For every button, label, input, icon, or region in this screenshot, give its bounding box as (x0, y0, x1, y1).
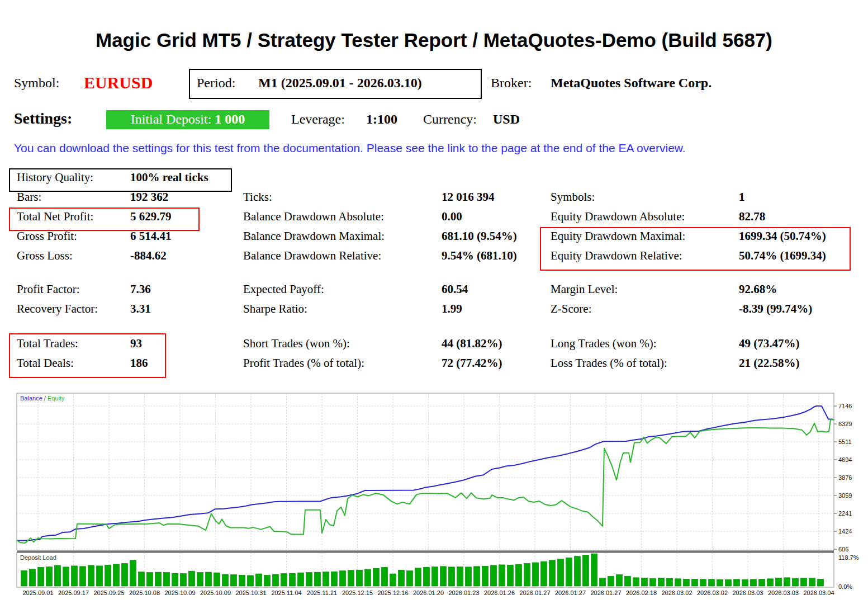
period-label: Period: (197, 76, 235, 91)
x-tick-label: 2025.10.31 (235, 589, 266, 596)
deposit-load-bar (734, 579, 740, 586)
deposit-load-bar (566, 558, 572, 586)
deposit-load-bar (147, 573, 153, 586)
deposit-load-bar (97, 566, 103, 586)
initial-deposit-value: 1 000 (215, 112, 245, 126)
deposit-load-bar (331, 572, 338, 586)
deposit-load-bar (424, 567, 430, 586)
deposit-load-bar (633, 578, 639, 586)
stat-value: 9.54% (681.10) (442, 249, 517, 263)
x-tick-label: 2025.11.04 (271, 589, 301, 596)
deposit-load-bar (281, 574, 287, 586)
deposit-load-bar (575, 556, 581, 586)
period-value: M1 (2025.09.01 - 2026.03.10) (258, 76, 422, 91)
y-tick-label: 2241 (838, 510, 852, 517)
x-tick-label: 2026.03.02 (661, 589, 692, 596)
stat-value: 1 (739, 190, 745, 204)
deposit-load-bar (222, 574, 229, 586)
deposit-load-bar (88, 565, 94, 586)
deposit-load-bar (742, 579, 748, 586)
deposit-load-bar (675, 579, 681, 586)
deposit-load-bar (373, 568, 380, 586)
stat-label: Profit Trades (% of total): (243, 356, 364, 370)
stat-label: Recovery Factor: (17, 302, 98, 316)
deposit-load-bar (524, 563, 530, 586)
deposit-load-bar (365, 569, 371, 586)
stat-label: Equity Drawdown Absolute: (551, 210, 685, 224)
stat-label: Margin Level: (551, 282, 618, 296)
x-tick-label: 2026.03.03 (768, 589, 799, 596)
deposit-load-bar (256, 574, 262, 586)
stat-value: 82.78 (739, 210, 765, 224)
deposit-load-bar (155, 572, 162, 586)
deposit-load-bar (801, 578, 807, 586)
deposit-load-bar (348, 570, 354, 586)
deposit-load-bar (382, 567, 388, 586)
deposit-load-bar (776, 578, 782, 586)
deposit-load-bar (72, 566, 78, 586)
deposit-load-bar (474, 567, 480, 586)
stat-value: 21 (22.58%) (739, 356, 800, 370)
deposit-load-bar (399, 570, 405, 586)
deposit-load-bar (616, 574, 623, 586)
deposit-load-bar (239, 575, 245, 586)
deposit-load-bar (38, 567, 44, 586)
y-tick-label: 5511 (838, 438, 852, 445)
deposit-load-bar (440, 567, 447, 586)
stat-label: Balance Drawdown Absolute: (243, 210, 384, 224)
deposit-load-bar (63, 567, 69, 586)
total-net-profit-box (9, 207, 200, 231)
stat-value: 60.54 (442, 282, 468, 296)
deposit-load-bar (650, 578, 656, 586)
deposit-load-bar (390, 574, 396, 586)
x-tick-label: 2026.02.18 (626, 589, 657, 596)
deposit-load-bar (725, 579, 732, 586)
y-tick-label: 606 (838, 546, 848, 553)
deposit-load-bar (315, 572, 321, 586)
deposit-load-bar (130, 560, 136, 586)
stat-label: Gross Loss: (17, 249, 73, 263)
y-tick-label: 1424 (838, 528, 852, 535)
x-tick-label: 2025.09.17 (58, 589, 89, 596)
deposit-load-bar (642, 578, 648, 586)
deposit-load-bar (751, 579, 757, 586)
stat-label: Symbols: (551, 190, 595, 204)
deposit-load-bar (457, 567, 463, 586)
stat-value: 681.10 (9.54%) (442, 229, 517, 243)
stat-label: Balance Drawdown Relative: (243, 249, 381, 263)
broker-label: Broker: (491, 76, 532, 91)
x-tick-label: 2025.12.16 (377, 589, 408, 596)
deposit-load-bar (667, 578, 673, 586)
deposit-load-bar (700, 579, 706, 586)
leverage-label: Leverage: (291, 112, 345, 127)
stat-label: Gross Profit: (17, 229, 77, 243)
deposit-load-bar (516, 564, 522, 586)
deposit-load-bar (206, 572, 212, 586)
report-title: Magic Grid MT5 / Strategy Tester Report … (0, 29, 868, 51)
stat-value: 92.68% (739, 282, 777, 296)
main-plot-frame (17, 393, 834, 551)
stat-label: Short Trades (won %): (243, 337, 350, 351)
deposit-load-bar (692, 579, 698, 586)
deposit-load-bar (105, 565, 111, 586)
stat-value: 3.31 (130, 302, 151, 316)
stat-label: Sharpe Ratio: (243, 302, 307, 316)
x-tick-label: 2026.01.27 (590, 589, 621, 596)
deposit-load-bar (21, 570, 27, 586)
deposit-load-bar (625, 576, 631, 586)
x-tick-label: 2026.01.27 (519, 589, 550, 596)
deposit-load-bar (466, 567, 472, 586)
x-tick-label: 2026.01.27 (555, 589, 586, 596)
x-tick-label: 2025.10.08 (129, 589, 160, 596)
deposit-load-bar (172, 573, 178, 586)
initial-deposit-label: Initial Deposit: (131, 112, 212, 126)
stat-value: -8.39 (99.74%) (739, 302, 812, 316)
deposit-load-bar (767, 579, 774, 586)
deposit-load-bar (181, 574, 187, 586)
x-tick-label: 2025.10.09 (200, 589, 231, 596)
deposit-load-bar (558, 559, 564, 586)
deposit-load-bar (323, 572, 329, 586)
stat-label: Z-Score: (551, 302, 591, 316)
equity-drawdown-box (540, 227, 851, 271)
deposit-min-label: 0.0% (838, 583, 852, 590)
